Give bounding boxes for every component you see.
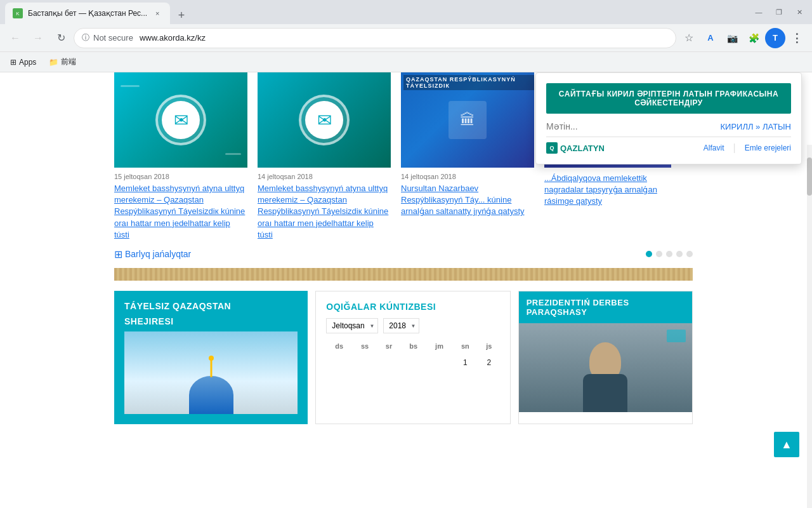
extension-icon[interactable]: 🧩 [743, 28, 764, 48]
reload-button[interactable]: ↻ [51, 28, 71, 48]
forward-button[interactable]: → [28, 28, 48, 48]
alfavit-link[interactable]: Alfavit [704, 144, 724, 152]
news-card-4-title[interactable]: ...Ábdiqalyqova memlekettik nagradalar t… [544, 173, 671, 208]
pagination-dots [646, 251, 693, 257]
tab-title: Бастапқы бет — Қазақстан Рес... [28, 9, 147, 18]
barlyq-row: ⊞ Barlyq jańalyqtar [0, 241, 807, 268]
email-symbol-2: ✉ [317, 110, 332, 131]
ornament-divider [114, 268, 693, 281]
dot-3[interactable] [666, 251, 672, 257]
address-bar[interactable]: ⓘ Not secure www.akorda.kz/kz [74, 28, 676, 48]
grid-icon: ⊞ [114, 248, 122, 260]
news-card-2-image: ✉ [258, 72, 391, 168]
tayelsiz-section: TÁYELSIZ QAZAQSTAN SHEJIRESI [114, 291, 308, 424]
email-icon-circle-2: ✉ [299, 95, 350, 145]
dot-5[interactable] [686, 251, 693, 257]
year-select-wrapper: 2018 [383, 318, 419, 333]
kirill-latyn-popup: САЙТТАҒЫ КИРИЛ ӘРІПТЕРІН ЛАТЫН ГРАФИКАСЫ… [535, 72, 802, 164]
email-symbol-1: ✉ [174, 110, 188, 131]
news-card-2-title[interactable]: Memleket basshysynyń atyna ulttyq mereke… [258, 183, 391, 241]
cal-header-ss: ss [352, 340, 377, 352]
translate-icon[interactable]: A [700, 28, 721, 48]
tab-favicon: K [13, 8, 23, 18]
prezident-title: PREZIDENTTIŃ DERBES PARAQSHASY [527, 298, 684, 317]
apps-bookmark[interactable]: ⊞ Apps [5, 55, 41, 69]
apps-grid-icon: ⊞ [10, 58, 16, 67]
tayelsiz-title-line2: SHEJIRESI [124, 316, 298, 326]
screenshot-icon[interactable]: 📷 [722, 28, 742, 48]
news-card-1-title[interactable]: Memleket basshysynyń atyna ulttyq mereke… [114, 183, 247, 241]
cal-header-sr: sr [377, 340, 400, 352]
title-bar: K Бастапқы бет — Қазақстан Рес... × + — … [0, 0, 812, 24]
photo-bg-3: 🏛 QAZAQSTAN RESPÝBLIKASYNYŃ TÁYELSIZDIК [401, 72, 534, 168]
profile-button[interactable]: T [765, 28, 785, 48]
year-select[interactable]: 2018 [383, 318, 419, 333]
browser-toolbar: ← → ↻ ⓘ Not secure www.akorda.kz/kz ☆ A … [0, 24, 812, 52]
emle-link[interactable]: Emle erejeleri [745, 144, 791, 152]
news-card-1-image: ✉ [114, 72, 247, 168]
qazlatyn-icon: Q [546, 142, 558, 154]
menu-button[interactable]: ⋮ [787, 28, 807, 48]
window-controls: — ❐ ✕ [751, 4, 807, 20]
photo-icon-3: 🏛 [449, 101, 487, 139]
oqigalar-title: OQIĞALAR KÚNTIZBESI [326, 302, 499, 312]
deco-line-2 [225, 153, 241, 155]
email-icon-circle-1: ✉ [155, 95, 206, 145]
barlyq-link[interactable]: ⊞ Barlyq jańalyqtar [114, 248, 191, 260]
new-tab-button[interactable]: + [173, 6, 190, 24]
news-card-1: ✉ 15 jeltoqsan 2018 Memleket basshysynyń… [114, 72, 258, 241]
cal-header-bs: bs [400, 340, 426, 352]
apps-label: Apps [19, 58, 36, 67]
kirill-latyn-link[interactable]: КИРИЛЛ » ЛАТЫН [721, 122, 791, 131]
dot-4[interactable] [676, 251, 683, 257]
news-card-3-title[interactable]: Nursultan Nazarbaev Respýblikasynyń Táy.… [401, 183, 534, 218]
bookmark-icon[interactable]: ☆ [679, 28, 699, 48]
convert-button[interactable]: САЙТТАҒЫ КИРИЛ ӘРІПТЕРІН ЛАТЫН ГРАФИКАСЫ… [546, 83, 791, 114]
news-card-1-date: 15 jeltoqsan 2018 [114, 173, 247, 180]
cal-header-jm: jm [426, 340, 452, 352]
popup-input-row: КИРИЛЛ » ЛАТЫН [546, 121, 791, 137]
cal-row-2: 12 [326, 356, 499, 369]
dot-1[interactable] [646, 251, 652, 257]
back-to-top-button[interactable]: ▲ [774, 432, 799, 457]
back-button[interactable]: ← [5, 28, 25, 48]
qazlatyn-icon-letter: Q [549, 145, 554, 151]
spire-tip [209, 356, 214, 361]
content-area: САЙТТАҒЫ КИРИЛ ӘРІПТЕРІН ЛАТЫН ГРАФИКАСЫ… [0, 72, 812, 508]
dome-shape [189, 376, 233, 414]
prezident-section: PREZIDENTTIŃ DERBES PARAQSHASY [518, 291, 693, 424]
barlyq-label: Barlyq jańalyqtar [125, 249, 191, 259]
maximize-button[interactable]: ❐ [771, 4, 787, 20]
toolbar-icons: ☆ A 📷 🧩 T ⋮ [679, 28, 807, 48]
month-select[interactable]: Jeltoqsan [326, 318, 378, 333]
close-button[interactable]: ✕ [792, 4, 807, 20]
tayelsiz-image [124, 331, 298, 414]
bookmarks-bar: ⊞ Apps 📁 前端 [0, 52, 812, 72]
bottom-sections: TÁYELSIZ QAZAQSTAN SHEJIRESI OQIĞALAR KÚ… [0, 281, 807, 424]
news-card-3: 🏛 QAZAQSTAN RESPÝBLIKASYNYŃ TÁYELSIZDIК … [401, 72, 544, 241]
news-card-3-image: 🏛 QAZAQSTAN RESPÝBLIKASYNYŃ TÁYELSIZDIК [401, 72, 534, 168]
dot-2[interactable] [656, 251, 662, 257]
active-tab[interactable]: K Бастапқы бет — Қазақстан Рес... × [5, 3, 170, 24]
security-icon: ⓘ [82, 32, 89, 43]
popup-text-input[interactable] [546, 121, 721, 131]
tab-group: K Бастапқы бет — Қазақстан Рес... × + [5, 0, 749, 24]
scrollbar[interactable] [807, 145, 812, 508]
oqigalar-section: OQIĞALAR KÚNTIZBESI Jeltoqsan 2018 [315, 291, 510, 424]
scrollbar-thumb[interactable] [807, 157, 812, 196]
tab-close-button[interactable]: × [152, 8, 162, 18]
folder-label: 前端 [61, 57, 76, 67]
folder-bookmark[interactable]: 📁 前端 [44, 54, 81, 70]
cal-header-js: js [478, 340, 500, 352]
qazlatyn-badge: Q QAZLATYN [546, 142, 605, 154]
url-text: www.akorda.kz/kz [140, 33, 668, 43]
email-icon-inner-2: ✉ [305, 101, 343, 139]
news-card-2-date: 14 jeltoqsan 2018 [258, 173, 391, 180]
minimize-button[interactable]: — [751, 4, 766, 20]
prezident-header: PREZIDENTTIŃ DERBES PARAQSHASY [519, 291, 692, 323]
tayelsiz-title-line1: TÁYELSIZ QAZAQSTAN [124, 301, 298, 311]
prezident-image [519, 323, 692, 412]
news-card-3-date: 14 jeltoqsan 2018 [401, 173, 534, 180]
qazlatyn-row: Q QAZLATYN Alfavit | Emle erejeleri [546, 142, 791, 154]
deco-line-1 [121, 85, 140, 87]
